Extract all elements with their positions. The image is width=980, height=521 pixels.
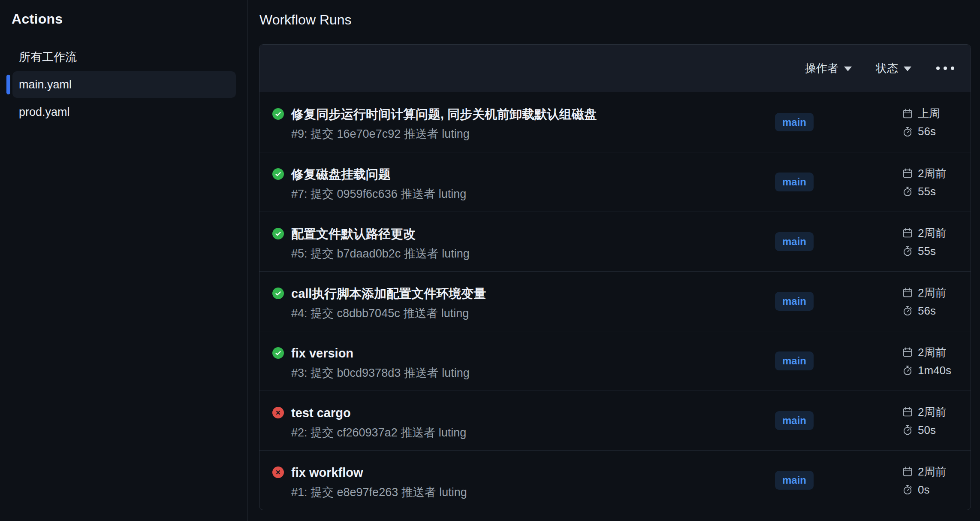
run-branch-cell: main bbox=[766, 451, 893, 510]
more-options-button[interactable] bbox=[935, 64, 955, 73]
calendar-icon bbox=[902, 406, 913, 418]
run-duration: 1m40s bbox=[918, 364, 951, 377]
calendar-icon bbox=[902, 287, 913, 298]
run-duration-line: 56s bbox=[902, 304, 966, 318]
run-times-cell: 2周前 56s bbox=[893, 272, 971, 331]
workflow-run-row[interactable]: 修复磁盘挂载问题 #7: 提交 0959f6c636 推送者 luting ma… bbox=[259, 152, 971, 212]
workflow-run-row[interactable]: 修复同步运行时间计算问题, 同步关机前卸载默认组磁盘 #9: 提交 16e70e… bbox=[259, 92, 971, 152]
run-commit-meta: #2: 提交 cf260937a2 推送者 luting bbox=[291, 425, 466, 440]
calendar-icon bbox=[902, 466, 913, 477]
run-duration-line: 50s bbox=[902, 424, 966, 437]
run-times-cell: 2周前 50s bbox=[893, 391, 971, 450]
run-main: test cargo #2: 提交 cf260937a2 推送者 luting bbox=[259, 391, 766, 450]
run-text: test cargo #2: 提交 cf260937a2 推送者 luting bbox=[291, 405, 466, 440]
run-text: 修复磁盘挂载问题 #7: 提交 0959f6c636 推送者 luting bbox=[291, 167, 466, 201]
branch-badge[interactable]: main bbox=[775, 411, 814, 430]
run-branch-cell: main bbox=[766, 272, 893, 331]
run-main: 修复磁盘挂载问题 #7: 提交 0959f6c636 推送者 luting bbox=[259, 152, 766, 212]
run-text: fix workflow #1: 提交 e8e97fe263 推送者 lutin… bbox=[291, 465, 467, 500]
run-title: 配置文件默认路径更改 bbox=[291, 226, 470, 242]
run-date: 2周前 bbox=[918, 226, 946, 241]
run-branch-cell: main bbox=[766, 212, 893, 271]
success-icon bbox=[272, 288, 284, 299]
filter-bar: 操作者 状态 bbox=[259, 45, 971, 92]
success-icon bbox=[272, 347, 284, 359]
x-icon bbox=[275, 409, 281, 416]
workflow-run-row[interactable]: 配置文件默认路径更改 #5: 提交 b7daad0b2c 推送者 luting … bbox=[259, 212, 971, 271]
run-text: 修复同步运行时间计算问题, 同步关机前卸载默认组磁盘 #9: 提交 16e70e… bbox=[291, 106, 597, 141]
actor-filter-label: 操作者 bbox=[805, 61, 838, 76]
success-icon bbox=[272, 168, 284, 180]
stopwatch-icon bbox=[902, 424, 913, 436]
status-filter-dropdown[interactable]: 状态 bbox=[876, 61, 911, 76]
run-date-line: 2周前 bbox=[902, 285, 966, 300]
run-date: 2周前 bbox=[918, 345, 946, 360]
run-duration-line: 0s bbox=[902, 483, 966, 497]
run-date: 上周 bbox=[918, 106, 940, 121]
branch-badge[interactable]: main bbox=[775, 471, 814, 489]
run-title: 修复磁盘挂载问题 bbox=[291, 167, 466, 182]
success-icon bbox=[272, 228, 284, 239]
run-date-line: 上周 bbox=[902, 106, 966, 121]
run-duration: 55s bbox=[918, 185, 936, 198]
run-date-line: 2周前 bbox=[902, 166, 966, 181]
run-title: call执行脚本添加配置文件环境变量 bbox=[291, 286, 486, 301]
run-date-line: 2周前 bbox=[902, 226, 966, 241]
run-main: 修复同步运行时间计算问题, 同步关机前卸载默认组磁盘 #9: 提交 16e70e… bbox=[259, 92, 766, 152]
workflow-runs-card: 操作者 状态 修复同步运行时间计算问题, 同步关机前卸载 bbox=[259, 44, 971, 510]
actor-filter-dropdown[interactable]: 操作者 bbox=[805, 61, 852, 76]
run-title: test cargo bbox=[291, 405, 466, 421]
branch-badge[interactable]: main bbox=[775, 292, 814, 310]
sidebar-workflow-item[interactable]: prod.yaml bbox=[12, 99, 236, 125]
branch-badge[interactable]: main bbox=[775, 113, 814, 131]
run-times-cell: 2周前 0s bbox=[893, 451, 971, 510]
check-icon bbox=[274, 170, 282, 178]
sidebar-workflow-item[interactable]: main.yaml bbox=[12, 71, 236, 98]
run-commit-meta: #5: 提交 b7daad0b2c 推送者 luting bbox=[291, 246, 470, 261]
status-filter-label: 状态 bbox=[876, 61, 898, 76]
run-duration-line: 56s bbox=[902, 125, 966, 138]
run-main: call执行脚本添加配置文件环境变量 #4: 提交 c8dbb7045c 推送者… bbox=[259, 272, 766, 331]
run-times-cell: 2周前 1m40s bbox=[893, 331, 971, 391]
workflow-run-row[interactable]: fix version #3: 提交 b0cd9378d3 推送者 luting… bbox=[259, 331, 971, 391]
workflow-run-row[interactable]: test cargo #2: 提交 cf260937a2 推送者 luting … bbox=[259, 391, 971, 450]
run-date-line: 2周前 bbox=[902, 345, 966, 360]
kebab-horizontal-icon bbox=[936, 67, 940, 70]
page-title: Workflow Runs bbox=[259, 12, 971, 28]
workflow-run-row[interactable]: call执行脚本添加配置文件环境变量 #4: 提交 c8dbb7045c 推送者… bbox=[259, 271, 971, 331]
chevron-down-icon bbox=[904, 67, 911, 71]
run-commit-meta: #4: 提交 c8dbb7045c 推送者 luting bbox=[291, 306, 486, 321]
run-title: fix version bbox=[291, 345, 470, 361]
run-duration: 55s bbox=[918, 245, 936, 258]
actions-sidebar: Actions 所有工作流 main.yaml prod.yaml bbox=[0, 0, 247, 521]
run-duration-line: 1m40s bbox=[902, 364, 966, 377]
run-commit-meta: #9: 提交 16e70e7c92 推送者 luting bbox=[291, 127, 597, 141]
check-icon bbox=[274, 290, 282, 297]
run-times-cell: 2周前 55s bbox=[893, 212, 971, 271]
stopwatch-icon bbox=[902, 245, 913, 257]
stopwatch-icon bbox=[902, 365, 913, 376]
run-title: fix workflow bbox=[291, 465, 467, 480]
branch-badge[interactable]: main bbox=[775, 351, 814, 370]
sidebar-title: Actions bbox=[12, 11, 247, 27]
run-times-cell: 2周前 55s bbox=[893, 152, 971, 212]
run-branch-cell: main bbox=[766, 391, 893, 450]
run-main: 配置文件默认路径更改 #5: 提交 b7daad0b2c 推送者 luting bbox=[259, 212, 766, 271]
workflow-run-list: 修复同步运行时间计算问题, 同步关机前卸载默认组磁盘 #9: 提交 16e70e… bbox=[259, 92, 971, 510]
run-date: 2周前 bbox=[918, 166, 946, 181]
calendar-icon bbox=[902, 108, 913, 119]
run-main: fix workflow #1: 提交 e8e97fe263 推送者 lutin… bbox=[259, 451, 766, 510]
run-date-line: 2周前 bbox=[902, 464, 966, 479]
stopwatch-icon bbox=[902, 186, 913, 197]
run-duration: 50s bbox=[918, 424, 936, 437]
workflow-run-row[interactable]: fix workflow #1: 提交 e8e97fe263 推送者 lutin… bbox=[259, 450, 971, 510]
run-text: fix version #3: 提交 b0cd9378d3 推送者 luting bbox=[291, 345, 470, 380]
success-icon bbox=[272, 108, 284, 120]
branch-badge[interactable]: main bbox=[775, 173, 814, 191]
run-branch-cell: main bbox=[766, 152, 893, 212]
sidebar-workflow-item[interactable]: 所有工作流 bbox=[12, 44, 236, 70]
stopwatch-icon bbox=[902, 305, 913, 316]
sidebar-workflow-item-label: prod.yaml bbox=[19, 106, 70, 119]
run-branch-cell: main bbox=[766, 92, 893, 152]
branch-badge[interactable]: main bbox=[775, 232, 814, 251]
